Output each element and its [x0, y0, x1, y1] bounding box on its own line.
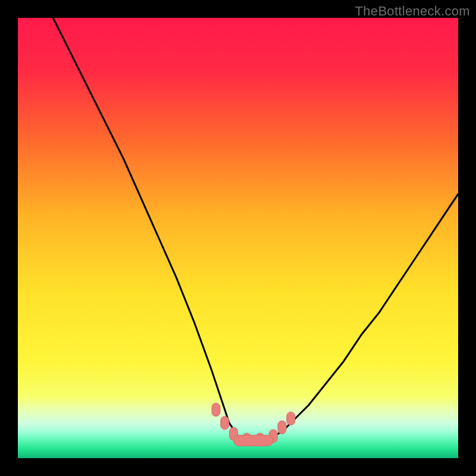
- watermark-text: TheBottleneck.com: [355, 4, 470, 19]
- chart-frame: TheBottleneck.com: [0, 0, 476, 476]
- gradient-background: [18, 18, 458, 458]
- svg-rect-0: [18, 18, 458, 458]
- plot-area: [18, 18, 458, 458]
